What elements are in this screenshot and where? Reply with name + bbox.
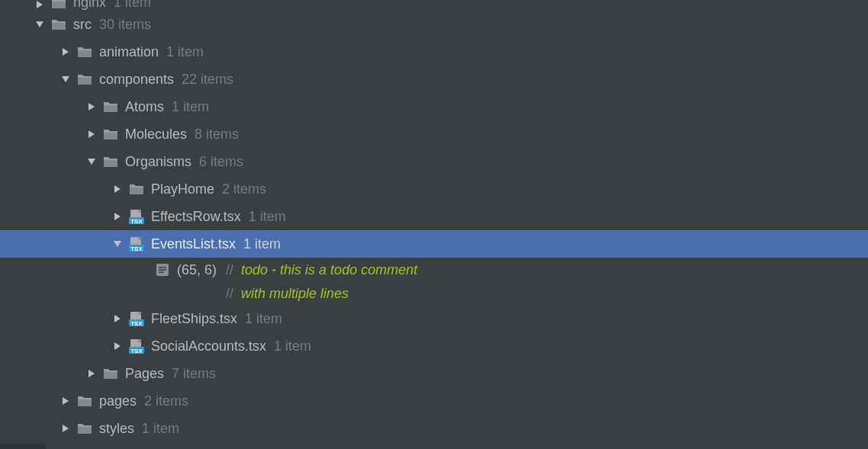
svg-marker-2 (63, 48, 69, 56)
folder-icon (102, 99, 119, 114)
tree-row[interactable]: styles1 item (0, 415, 868, 442)
svg-text:TSX: TSX (130, 320, 143, 327)
tree-item-count: 1 item (274, 338, 311, 354)
tree-row[interactable]: // with multiple lines (0, 282, 868, 305)
tree-row[interactable]: TSXEffectsRow.tsx1 item (0, 203, 868, 230)
todo-comment-line-1: todo - this is a todo comment (241, 262, 417, 278)
svg-rect-21 (159, 271, 164, 273)
tree-item-label: EventsList.tsx (151, 236, 236, 252)
tsx-file-icon: TSX (128, 236, 145, 252)
tree-item-label: SocialAccounts.tsx (151, 338, 266, 354)
tree-item-count: 1 item (249, 209, 286, 225)
svg-marker-34 (63, 425, 69, 432)
chevron-down-icon[interactable] (111, 238, 124, 250)
tree-item-label: Atoms (125, 99, 164, 115)
svg-rect-24 (138, 312, 141, 315)
folder-icon (76, 393, 93, 409)
svg-rect-19 (159, 267, 166, 268)
tree-row[interactable]: Organisms6 items (0, 148, 868, 175)
folder-icon (102, 127, 119, 142)
tree-item-count: 1 item (243, 236, 281, 252)
svg-marker-0 (37, 1, 43, 8)
svg-rect-29 (138, 339, 141, 342)
chevron-right-icon[interactable] (59, 46, 72, 58)
svg-text:TSX: TSX (130, 218, 143, 225)
svg-rect-20 (159, 269, 166, 271)
comment-slashes: // (226, 286, 233, 302)
todo-item-icon (154, 262, 171, 277)
tree-row[interactable]: Pages7 items (0, 360, 868, 387)
chevron-right-icon[interactable] (59, 422, 72, 435)
tree-row[interactable]: animation1 item (0, 38, 868, 66)
chevron-right-icon[interactable] (85, 101, 98, 113)
tree-row[interactable]: components22 items (0, 66, 868, 93)
chevron-right-icon[interactable] (85, 128, 98, 140)
svg-marker-4 (88, 103, 95, 111)
tree-item-count: 1 item (172, 99, 209, 115)
svg-text:TSX: TSX (130, 245, 143, 252)
tree-row[interactable]: pages2 items (0, 387, 868, 415)
tsx-file-icon: TSX (128, 209, 145, 224)
chevron-right-icon[interactable] (111, 340, 124, 352)
svg-rect-15 (138, 237, 141, 240)
svg-marker-33 (63, 397, 69, 405)
chevron-right-icon[interactable] (111, 210, 124, 223)
tree-item-label: Molecules (125, 127, 187, 143)
tree-item-label: components (99, 72, 174, 88)
tree-row[interactable]: src30 items (0, 11, 868, 38)
tree-item-label: PlayHome (151, 181, 214, 197)
tree-row[interactable]: TSXSocialAccounts.tsx1 item (0, 332, 868, 360)
folder-icon (102, 366, 119, 381)
tree-item-label: src (73, 17, 92, 33)
chevron-right-icon[interactable] (85, 367, 98, 380)
tree-item-count: 22 items (182, 72, 233, 88)
chevron-right-icon[interactable] (111, 313, 124, 325)
folder-icon (50, 17, 67, 32)
tree-row[interactable]: PlayHome2 items (0, 175, 868, 203)
chevron-right-icon[interactable] (111, 183, 124, 195)
tree-row[interactable]: TSXFleetShips.tsx1 item (0, 305, 868, 332)
tree-item-count: 1 item (114, 0, 151, 11)
svg-marker-7 (114, 185, 121, 193)
folder-icon (128, 181, 145, 197)
tree-item-label: Pages (125, 366, 164, 382)
tree-item-count: 2 items (144, 393, 188, 409)
tree-item-label: Organisms (125, 154, 191, 170)
svg-marker-22 (114, 315, 121, 322)
tree-item-label: styles (99, 421, 134, 437)
tree-row[interactable]: nginx1 item (0, 0, 868, 11)
todo-comment-line-2: with multiple lines (241, 286, 349, 302)
tree-item-label: EffectsRow.tsx (151, 209, 241, 225)
chevron-down-icon[interactable] (59, 73, 72, 85)
tree-row[interactable]: Atoms1 item (0, 93, 868, 120)
svg-marker-8 (114, 213, 121, 220)
tree-item-count: 1 item (166, 44, 204, 60)
chevron-down-icon[interactable] (85, 156, 98, 168)
tree-row-selected[interactable]: TSXEventsList.tsx1 item (0, 230, 868, 258)
tree-item-count: 8 items (194, 127, 239, 143)
tree-item-count: 2 items (222, 181, 266, 197)
folder-icon (50, 0, 67, 11)
svg-marker-6 (88, 159, 95, 165)
svg-marker-5 (88, 130, 95, 138)
svg-marker-1 (36, 21, 43, 27)
folder-icon (76, 72, 93, 87)
folder-icon (102, 154, 119, 169)
chevron-down-icon[interactable] (34, 18, 46, 30)
tree-item-count: 7 items (172, 366, 216, 382)
todo-location: (65, 6) (177, 262, 217, 278)
tree-row[interactable]: Molecules8 items (0, 120, 868, 148)
tree-row[interactable]: (65, 6)// todo - this is a todo comment (0, 258, 868, 282)
comment-slashes: // (226, 262, 233, 278)
tree-item-label: nginx (73, 0, 106, 11)
svg-marker-32 (88, 370, 95, 377)
chevron-right-icon[interactable] (59, 395, 72, 407)
folder-icon (76, 44, 93, 59)
tree-item-label: pages (99, 393, 137, 409)
tree-item-count: 30 items (99, 17, 151, 33)
status-strip (0, 443, 46, 449)
tsx-file-icon: TSX (128, 338, 145, 354)
svg-marker-13 (114, 241, 121, 247)
chevron-right-icon[interactable] (34, 0, 46, 11)
tree-item-count: 1 item (245, 311, 282, 327)
